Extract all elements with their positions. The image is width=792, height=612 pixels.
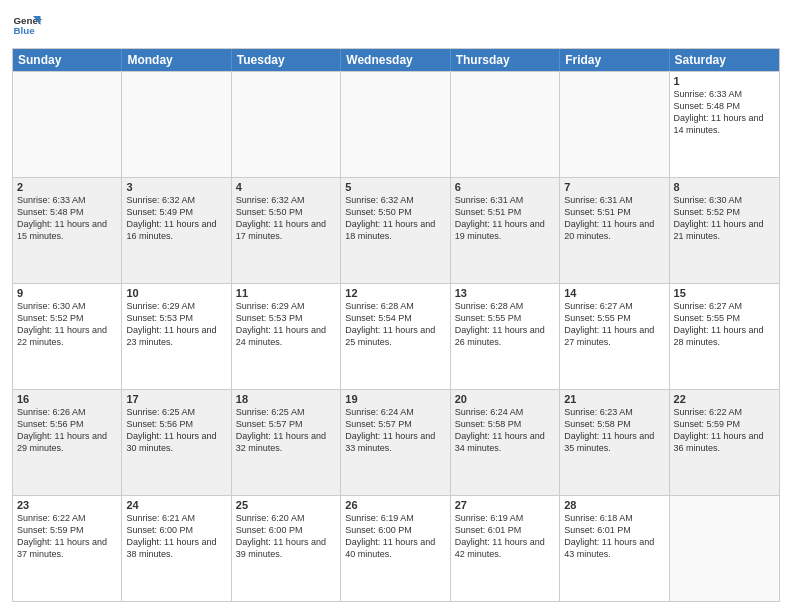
logo: General Blue	[12, 10, 46, 40]
day-info: Sunrise: 6:32 AMSunset: 5:49 PMDaylight:…	[126, 194, 226, 243]
calendar: SundayMondayTuesdayWednesdayThursdayFrid…	[12, 48, 780, 602]
calendar-day-13: 13Sunrise: 6:28 AMSunset: 5:55 PMDayligh…	[451, 284, 560, 389]
calendar-day-empty	[560, 72, 669, 177]
day-number: 14	[564, 287, 664, 299]
calendar-day-empty	[341, 72, 450, 177]
calendar-day-15: 15Sunrise: 6:27 AMSunset: 5:55 PMDayligh…	[670, 284, 779, 389]
calendar-day-10: 10Sunrise: 6:29 AMSunset: 5:53 PMDayligh…	[122, 284, 231, 389]
day-info: Sunrise: 6:33 AMSunset: 5:48 PMDaylight:…	[17, 194, 117, 243]
day-number: 9	[17, 287, 117, 299]
page-container: General Blue SundayMondayTuesdayWednesda…	[0, 0, 792, 612]
day-number: 25	[236, 499, 336, 511]
day-info: Sunrise: 6:26 AMSunset: 5:56 PMDaylight:…	[17, 406, 117, 455]
header-day-sunday: Sunday	[13, 49, 122, 71]
day-info: Sunrise: 6:24 AMSunset: 5:58 PMDaylight:…	[455, 406, 555, 455]
calendar-day-26: 26Sunrise: 6:19 AMSunset: 6:00 PMDayligh…	[341, 496, 450, 601]
calendar-day-empty	[13, 72, 122, 177]
calendar-day-11: 11Sunrise: 6:29 AMSunset: 5:53 PMDayligh…	[232, 284, 341, 389]
day-info: Sunrise: 6:22 AMSunset: 5:59 PMDaylight:…	[17, 512, 117, 561]
day-number: 7	[564, 181, 664, 193]
header-day-wednesday: Wednesday	[341, 49, 450, 71]
header-day-tuesday: Tuesday	[232, 49, 341, 71]
day-number: 18	[236, 393, 336, 405]
calendar-day-14: 14Sunrise: 6:27 AMSunset: 5:55 PMDayligh…	[560, 284, 669, 389]
calendar-day-22: 22Sunrise: 6:22 AMSunset: 5:59 PMDayligh…	[670, 390, 779, 495]
calendar-day-1: 1Sunrise: 6:33 AMSunset: 5:48 PMDaylight…	[670, 72, 779, 177]
calendar-week-4: 16Sunrise: 6:26 AMSunset: 5:56 PMDayligh…	[13, 389, 779, 495]
calendar-day-16: 16Sunrise: 6:26 AMSunset: 5:56 PMDayligh…	[13, 390, 122, 495]
day-number: 23	[17, 499, 117, 511]
day-info: Sunrise: 6:18 AMSunset: 6:01 PMDaylight:…	[564, 512, 664, 561]
day-info: Sunrise: 6:29 AMSunset: 5:53 PMDaylight:…	[236, 300, 336, 349]
calendar-day-empty	[122, 72, 231, 177]
calendar-day-20: 20Sunrise: 6:24 AMSunset: 5:58 PMDayligh…	[451, 390, 560, 495]
header: General Blue	[12, 10, 780, 40]
calendar-day-6: 6Sunrise: 6:31 AMSunset: 5:51 PMDaylight…	[451, 178, 560, 283]
calendar-day-25: 25Sunrise: 6:20 AMSunset: 6:00 PMDayligh…	[232, 496, 341, 601]
day-info: Sunrise: 6:32 AMSunset: 5:50 PMDaylight:…	[345, 194, 445, 243]
calendar-week-5: 23Sunrise: 6:22 AMSunset: 5:59 PMDayligh…	[13, 495, 779, 601]
calendar-day-23: 23Sunrise: 6:22 AMSunset: 5:59 PMDayligh…	[13, 496, 122, 601]
calendar-day-18: 18Sunrise: 6:25 AMSunset: 5:57 PMDayligh…	[232, 390, 341, 495]
calendar-week-2: 2Sunrise: 6:33 AMSunset: 5:48 PMDaylight…	[13, 177, 779, 283]
day-info: Sunrise: 6:28 AMSunset: 5:54 PMDaylight:…	[345, 300, 445, 349]
day-info: Sunrise: 6:20 AMSunset: 6:00 PMDaylight:…	[236, 512, 336, 561]
day-info: Sunrise: 6:22 AMSunset: 5:59 PMDaylight:…	[674, 406, 775, 455]
calendar-day-empty	[670, 496, 779, 601]
calendar-body: 1Sunrise: 6:33 AMSunset: 5:48 PMDaylight…	[13, 71, 779, 601]
header-day-friday: Friday	[560, 49, 669, 71]
day-number: 19	[345, 393, 445, 405]
day-number: 20	[455, 393, 555, 405]
day-info: Sunrise: 6:19 AMSunset: 6:01 PMDaylight:…	[455, 512, 555, 561]
calendar-day-21: 21Sunrise: 6:23 AMSunset: 5:58 PMDayligh…	[560, 390, 669, 495]
day-number: 2	[17, 181, 117, 193]
day-info: Sunrise: 6:32 AMSunset: 5:50 PMDaylight:…	[236, 194, 336, 243]
day-number: 26	[345, 499, 445, 511]
day-info: Sunrise: 6:31 AMSunset: 5:51 PMDaylight:…	[455, 194, 555, 243]
calendar-day-28: 28Sunrise: 6:18 AMSunset: 6:01 PMDayligh…	[560, 496, 669, 601]
day-number: 21	[564, 393, 664, 405]
day-number: 12	[345, 287, 445, 299]
calendar-day-empty	[451, 72, 560, 177]
calendar-day-24: 24Sunrise: 6:21 AMSunset: 6:00 PMDayligh…	[122, 496, 231, 601]
day-info: Sunrise: 6:21 AMSunset: 6:00 PMDaylight:…	[126, 512, 226, 561]
day-info: Sunrise: 6:23 AMSunset: 5:58 PMDaylight:…	[564, 406, 664, 455]
header-day-thursday: Thursday	[451, 49, 560, 71]
header-day-saturday: Saturday	[670, 49, 779, 71]
day-info: Sunrise: 6:25 AMSunset: 5:56 PMDaylight:…	[126, 406, 226, 455]
day-number: 3	[126, 181, 226, 193]
calendar-day-empty	[232, 72, 341, 177]
calendar-day-4: 4Sunrise: 6:32 AMSunset: 5:50 PMDaylight…	[232, 178, 341, 283]
day-info: Sunrise: 6:24 AMSunset: 5:57 PMDaylight:…	[345, 406, 445, 455]
day-number: 11	[236, 287, 336, 299]
day-info: Sunrise: 6:27 AMSunset: 5:55 PMDaylight:…	[564, 300, 664, 349]
logo-icon: General Blue	[12, 10, 42, 40]
day-info: Sunrise: 6:30 AMSunset: 5:52 PMDaylight:…	[674, 194, 775, 243]
calendar-day-7: 7Sunrise: 6:31 AMSunset: 5:51 PMDaylight…	[560, 178, 669, 283]
day-number: 16	[17, 393, 117, 405]
calendar-week-3: 9Sunrise: 6:30 AMSunset: 5:52 PMDaylight…	[13, 283, 779, 389]
calendar-day-2: 2Sunrise: 6:33 AMSunset: 5:48 PMDaylight…	[13, 178, 122, 283]
day-number: 28	[564, 499, 664, 511]
calendar-day-12: 12Sunrise: 6:28 AMSunset: 5:54 PMDayligh…	[341, 284, 450, 389]
calendar-day-19: 19Sunrise: 6:24 AMSunset: 5:57 PMDayligh…	[341, 390, 450, 495]
day-number: 10	[126, 287, 226, 299]
calendar-day-9: 9Sunrise: 6:30 AMSunset: 5:52 PMDaylight…	[13, 284, 122, 389]
day-number: 22	[674, 393, 775, 405]
day-number: 5	[345, 181, 445, 193]
day-number: 8	[674, 181, 775, 193]
calendar-day-17: 17Sunrise: 6:25 AMSunset: 5:56 PMDayligh…	[122, 390, 231, 495]
day-number: 24	[126, 499, 226, 511]
day-info: Sunrise: 6:28 AMSunset: 5:55 PMDaylight:…	[455, 300, 555, 349]
calendar-day-27: 27Sunrise: 6:19 AMSunset: 6:01 PMDayligh…	[451, 496, 560, 601]
day-info: Sunrise: 6:25 AMSunset: 5:57 PMDaylight:…	[236, 406, 336, 455]
day-number: 27	[455, 499, 555, 511]
day-info: Sunrise: 6:30 AMSunset: 5:52 PMDaylight:…	[17, 300, 117, 349]
day-number: 17	[126, 393, 226, 405]
day-number: 6	[455, 181, 555, 193]
day-info: Sunrise: 6:31 AMSunset: 5:51 PMDaylight:…	[564, 194, 664, 243]
day-info: Sunrise: 6:19 AMSunset: 6:00 PMDaylight:…	[345, 512, 445, 561]
day-info: Sunrise: 6:27 AMSunset: 5:55 PMDaylight:…	[674, 300, 775, 349]
day-number: 4	[236, 181, 336, 193]
calendar-day-5: 5Sunrise: 6:32 AMSunset: 5:50 PMDaylight…	[341, 178, 450, 283]
